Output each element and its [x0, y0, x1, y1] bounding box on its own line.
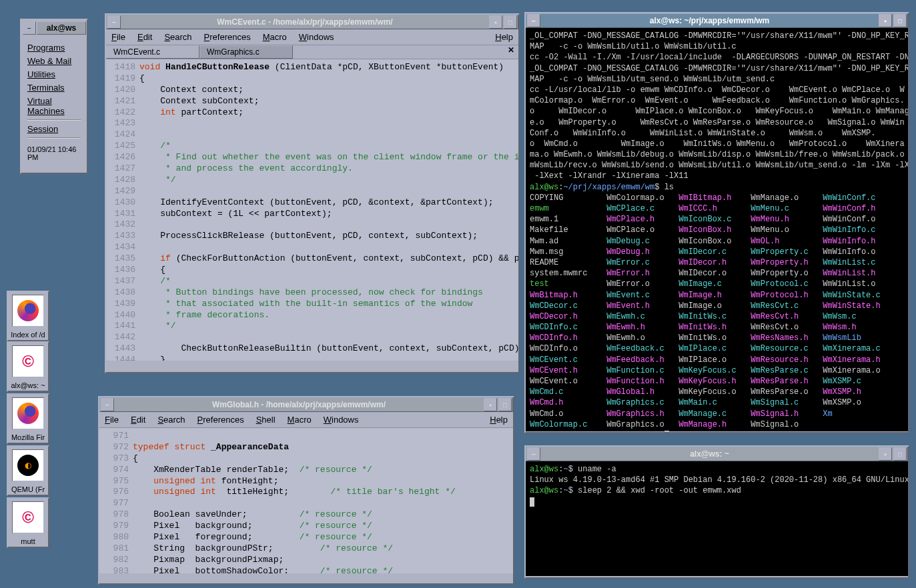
window-menu-icon[interactable]: −	[101, 398, 114, 411]
menu-file[interactable]: File	[105, 415, 119, 425]
menu-help[interactable]: Help	[490, 415, 508, 425]
term1-title: alx@ws: ~/prj/xapps/emwm/wm	[541, 16, 878, 25]
maximize-button[interactable]: □	[498, 398, 512, 411]
editor1-menubar: FileEditSearchPreferencesMacroWindowsHel…	[106, 29, 518, 45]
minimize-button[interactable]: ▪	[879, 14, 892, 27]
tab-close-icon[interactable]: ✕	[504, 45, 518, 59]
menu-preferences[interactable]: Preferences	[204, 32, 251, 42]
editor1-titlebar[interactable]: − WmCEvent.c - /home/alx/prj/xapps/emwm/…	[106, 15, 518, 29]
minimize-button[interactable]: ▪	[484, 398, 497, 411]
menu-file[interactable]: File	[111, 32, 125, 42]
debian-icon: ©	[12, 501, 44, 533]
editor-window-wmcevent: − WmCEvent.c - /home/alx/prj/xapps/emwm/…	[105, 13, 520, 373]
maximize-button[interactable]: □	[893, 447, 907, 461]
desktop-icon-label: alx@ws: ~	[8, 380, 48, 391]
maximize-button[interactable]: □	[893, 14, 907, 27]
terminal-window-uname: − alx@ws: ~ ▪ □ alx@ws:~$ uname -aLinux …	[524, 445, 909, 579]
term2-titlebar[interactable]: − alx@ws: ~ ▪ □	[526, 447, 908, 461]
terminal-window-build: − alx@ws: ~/prj/xapps/emwm/wm ▪ □ _OL_CO…	[524, 12, 909, 433]
editor2-menubar: FileEditSearchPreferencesShellMacroWindo…	[99, 412, 513, 428]
editor-window-wmglobal: − WmGlobal.h - /home/alx/prj/xapps/emwm/…	[98, 396, 514, 585]
editor2-titlebar[interactable]: − WmGlobal.h - /home/alx/prj/xapps/emwm/…	[99, 397, 513, 412]
menu-windows[interactable]: Windows	[299, 32, 334, 42]
desktop-icon-label: Mozilla Fir	[8, 432, 48, 443]
editor1-text-area[interactable]: 1418void HandleCButtonRelease (ClientDat…	[106, 59, 518, 361]
divider	[27, 137, 81, 139]
panel-titlebar[interactable]: − alx@ws	[22, 21, 86, 35]
maximize-button[interactable]: □	[504, 15, 517, 29]
panel-menu-item[interactable]: Utilities	[27, 69, 81, 79]
divider	[27, 119, 81, 121]
taskbar-panel: − alx@ws ProgramsWeb & MailUtilitiesTerm…	[20, 19, 88, 174]
menu-windows[interactable]: Windows	[324, 415, 359, 425]
panel-clock: 01/09/21 10:46 PM	[27, 142, 81, 165]
menu-search[interactable]: Search	[164, 32, 191, 42]
panel-menu-list: ProgramsWeb & MailUtilitiesTerminalsVirt…	[22, 35, 86, 172]
window-menu-icon[interactable]: −	[107, 15, 121, 29]
desktop-icon[interactable]: ©alx@ws: ~	[7, 341, 49, 392]
tab-wmgraphics[interactable]: WmGraphics.c	[199, 45, 293, 59]
menu-preferences[interactable]: Preferences	[197, 415, 244, 425]
desktop-icon-label: QEMU (Fr	[8, 484, 48, 495]
panel-menu-item[interactable]: Programs	[27, 43, 81, 53]
menu-help[interactable]: Help	[495, 32, 513, 42]
editor2-text-area[interactable]: 971972typedef struct _AppearanceData973{…	[99, 428, 513, 573]
editor1-title: WmCEvent.c - /home/alx/prj/xapps/emwm/wm…	[121, 17, 488, 27]
menu-macro[interactable]: Macro	[263, 32, 287, 42]
desktop-icon[interactable]: Mozilla Fir	[7, 393, 49, 444]
menu-shell[interactable]: Shell	[256, 415, 276, 425]
editor2-title: WmGlobal.h - /home/alx/prj/xapps/emwm/wm…	[115, 400, 483, 409]
term2-title: alx@ws: ~	[541, 449, 878, 459]
desktop-icon[interactable]: Index of /d	[7, 291, 49, 341]
editor1-tabs: WmCEvent.c WmGraphics.c ✕	[106, 45, 518, 59]
desktop-icon-label: Index of /d	[8, 329, 48, 340]
window-menu-icon[interactable]: −	[527, 447, 540, 461]
panel-menu-item[interactable]: Virtual Machines	[27, 96, 81, 116]
panel-title: alx@ws	[37, 21, 86, 35]
panel-session-item[interactable]: Session	[27, 124, 81, 134]
qemu-icon: ◐	[12, 449, 44, 481]
desktop-icon[interactable]: ©mutt	[7, 497, 49, 548]
minimize-button[interactable]: ▪	[879, 447, 892, 461]
tab-wmcevent[interactable]: WmCEvent.c	[106, 45, 199, 59]
menu-edit[interactable]: Edit	[131, 415, 145, 425]
panel-menu-item[interactable]: Web & Mail	[27, 56, 81, 66]
debian-icon: ©	[12, 345, 44, 377]
panel-menu-icon[interactable]: −	[23, 21, 36, 35]
menu-edit[interactable]: Edit	[137, 32, 152, 42]
firefox-icon	[12, 295, 44, 327]
term1-text-area[interactable]: _OL_COMPAT -DNO_MESSAGE_CATALOG -DMWMRCD…	[526, 28, 908, 431]
menu-macro[interactable]: Macro	[288, 415, 312, 425]
panel-menu-item[interactable]: Terminals	[27, 83, 81, 93]
menu-search[interactable]: Search	[157, 415, 185, 425]
desktop-icon[interactable]: ◐QEMU (Fr	[7, 445, 49, 496]
window-menu-icon[interactable]: −	[527, 14, 540, 27]
desktop-icon-label: mutt	[8, 536, 48, 547]
term2-text-area[interactable]: alx@ws:~$ uname -aLinux ws 4.19.0-13-amd…	[526, 461, 908, 576]
term1-titlebar[interactable]: − alx@ws: ~/prj/xapps/emwm/wm ▪ □	[526, 13, 908, 28]
firefox-icon	[12, 397, 44, 429]
minimize-button[interactable]: ▪	[489, 15, 502, 29]
